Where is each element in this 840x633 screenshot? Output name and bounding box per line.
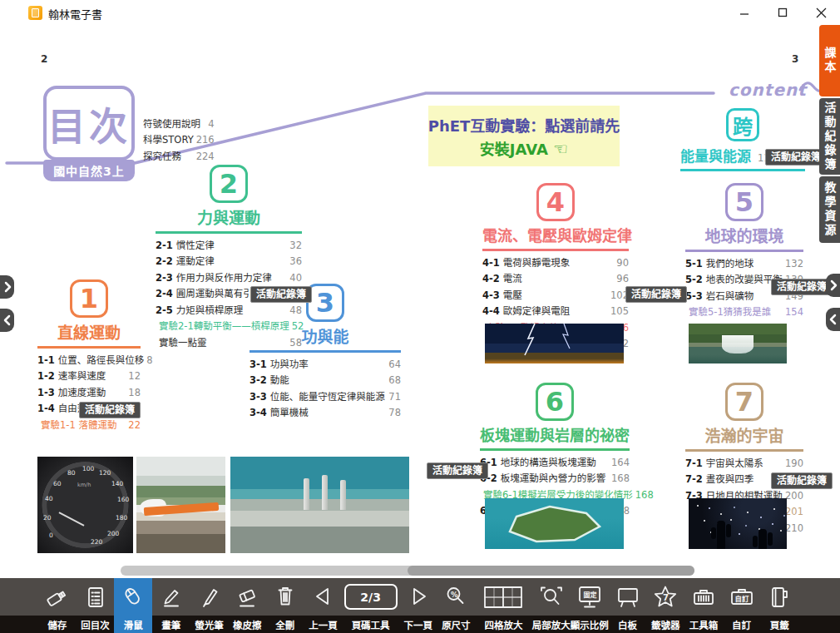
toc-entry[interactable]: 符號使用說明 4 xyxy=(143,116,215,130)
toc-entry[interactable]: 6-2 板塊運動與內營力的影響 168 xyxy=(480,471,630,484)
toc-entry[interactable]: 4-1 電荷與靜電現象 90 xyxy=(482,255,629,269)
highlighter-tool[interactable]: 螢光筆 xyxy=(190,578,229,633)
whiteboard-tool[interactable]: 白板 xyxy=(609,578,647,633)
cross-unit-title[interactable]: 能量與能源 xyxy=(680,145,751,166)
entry-page: 132 xyxy=(783,258,803,270)
close-button[interactable] xyxy=(802,0,840,25)
chapter-title[interactable]: 電流、電壓與歐姆定律 xyxy=(482,224,629,245)
chimney xyxy=(304,478,309,510)
toc-entry[interactable]: 3-2 動能 68 xyxy=(250,373,401,386)
svg-text:%: % xyxy=(451,590,458,598)
toc-entry[interactable]: 3-1 功與功率 64 xyxy=(250,357,401,370)
tool-label: 原尺寸 xyxy=(442,616,471,633)
cross-unit-underline xyxy=(680,169,805,171)
chapter-title[interactable]: 功與能 xyxy=(250,324,401,347)
chapter-items: 1-1 位置、路徑長與位移 8 1-2 速率與速度 12 1-3 加速度運動 1… xyxy=(37,353,141,431)
toc-entry[interactable]: 探究任務 224 xyxy=(143,149,215,162)
bookmark-tool[interactable]: 頁籤 xyxy=(760,578,798,633)
entry-label: 電荷與靜電現象 xyxy=(503,255,571,269)
entry-label: 探究任務 xyxy=(143,149,181,162)
toc-entry[interactable]: 科學STORY 216 xyxy=(143,132,215,146)
entry-page: 224 xyxy=(194,151,215,162)
tab-teaching-resources[interactable]: 教學資源 xyxy=(819,176,840,243)
entry-number: 4-4 xyxy=(482,305,500,317)
entry-number: 3-3 xyxy=(250,391,267,403)
chapter-underline xyxy=(37,346,141,349)
toc-list-icon xyxy=(83,585,108,610)
entry-label: 動能 xyxy=(270,373,289,386)
tab-textbook[interactable]: 課本 xyxy=(819,25,840,96)
scrollbar-thumb[interactable] xyxy=(408,566,694,576)
page-number-tool[interactable]: 2/3 頁碼工具 xyxy=(342,578,399,633)
eraser-tool[interactable]: 橡皮擦 xyxy=(228,578,266,633)
entry-page: 36 xyxy=(287,255,302,267)
toc-entry[interactable]: 2-3 作用力與反作用力定律 40 xyxy=(156,270,302,284)
pen-tool[interactable]: 畫筆 xyxy=(152,578,190,633)
region-zoom-tool[interactable]: 局部放大 xyxy=(532,578,571,633)
next-page-tool[interactable]: 下一頁 xyxy=(399,578,437,633)
chapter-title[interactable]: 直線運動 xyxy=(37,320,141,343)
toc-entry[interactable]: 3-4 簡單機械 78 xyxy=(250,405,401,418)
back-to-toc-tool[interactable]: 回目次 xyxy=(77,578,115,633)
toc-entry[interactable]: 4-3 電壓 102 xyxy=(482,288,629,301)
entry-number: 1-4 xyxy=(37,403,55,414)
toc-entry[interactable]: 5-1 我們的地球 132 xyxy=(685,256,803,270)
original-size-tool[interactable]: % 原尺寸 xyxy=(437,578,476,633)
toc-entry[interactable]: 2-2 運動定律 36 xyxy=(156,254,302,267)
toc-entry[interactable]: 3-3 位能、能量守恆定律與能源 71 xyxy=(250,389,401,403)
minimize-button[interactable] xyxy=(725,0,763,25)
toc-entry[interactable]: 6-1 地球的構造與板塊運動 164 xyxy=(480,455,630,468)
tab-activity-book[interactable]: 活動紀錄簿 xyxy=(819,98,840,175)
book-name-label: 國中自然3上 xyxy=(43,160,135,181)
delete-all-tool[interactable]: 全刪 xyxy=(266,578,304,633)
display-ratio-tool[interactable]: 固定 顯示比例 xyxy=(571,578,609,633)
toc-entry[interactable]: 1-2 速率與速度 12 xyxy=(37,368,141,382)
toc-entry[interactable]: 實驗1-1 落體運動 22 xyxy=(37,418,141,431)
toc-entry[interactable]: 4-2 電流 96 xyxy=(482,271,629,284)
activity-book-badge[interactable]: 活動紀錄簿 xyxy=(765,149,827,166)
maximize-button[interactable] xyxy=(763,0,802,25)
chapter-number-badge: 7 xyxy=(725,383,763,421)
entry-label: 板塊運動與內營力的影響 xyxy=(501,471,606,484)
four-grid-zoom-tool[interactable]: 四格放大 xyxy=(475,578,532,633)
toc-entry[interactable]: 2-1 慣性定律 32 xyxy=(156,238,302,251)
entry-label: 我們的地球 xyxy=(706,256,754,270)
trash-icon xyxy=(273,585,298,610)
tool-label: 橡皮擦 xyxy=(233,616,262,633)
toc-entry[interactable]: 7-1 宇宙與太陽系 190 xyxy=(685,456,803,469)
tool-label: 全刪 xyxy=(275,616,294,633)
activity-book-badge[interactable]: 活動紀錄簿 xyxy=(79,402,141,418)
activity-book-badge[interactable]: 活動紀錄簿 xyxy=(427,462,488,479)
left-edge-back-button[interactable] xyxy=(0,309,14,332)
toc-entry[interactable]: 實驗5-1猜猜我是誰 154 xyxy=(685,304,803,318)
chapter-title[interactable]: 地球的環境 xyxy=(685,224,803,246)
number-picker-tool[interactable]: 7 籤號器 xyxy=(646,578,684,633)
entry-label: 速率與速度 xyxy=(58,368,106,382)
mouse-tool[interactable]: 滑鼠 xyxy=(114,578,152,633)
chapter-title[interactable]: 力與運動 xyxy=(156,205,302,228)
toc-entry[interactable]: 1-3 加速度運動 18 xyxy=(37,385,141,398)
activity-book-badge[interactable]: 活動紀錄簿 xyxy=(625,286,687,303)
toc-entry[interactable]: 4-4 歐姆定律與電阻 105 xyxy=(482,304,629,317)
left-edge-forward-button[interactable] xyxy=(0,275,14,299)
activity-book-badge[interactable]: 活動紀錄簿 xyxy=(771,279,833,295)
right-edge-back-button[interactable] xyxy=(826,308,840,331)
entry-label: 晝夜與四季 xyxy=(706,472,754,485)
page-indicator[interactable]: 2/3 xyxy=(344,584,398,610)
tool-label: 下一頁 xyxy=(403,616,432,633)
activity-book-badge[interactable]: 活動紀錄簿 xyxy=(771,472,833,489)
save-tool[interactable]: 儲存 xyxy=(38,578,77,633)
horizontal-scrollbar[interactable] xyxy=(121,566,694,576)
entry-page: 78 xyxy=(386,407,401,418)
page-number-left: 2 xyxy=(41,53,47,65)
chapter-underline xyxy=(685,250,803,252)
custom-tool[interactable]: 自訂 自訂 xyxy=(723,578,761,633)
activity-book-badge[interactable]: 活動紀錄簿 xyxy=(250,286,312,303)
toc-entry[interactable]: 1-1 位置、路徑長與位移 8 xyxy=(37,353,141,366)
chapter-title[interactable]: 板塊運動與岩層的祕密 xyxy=(480,423,630,445)
prev-page-tool[interactable]: 上一頁 xyxy=(304,578,343,633)
toolbox-tool[interactable]: 工具箱 xyxy=(684,578,723,633)
right-edge-forward-button[interactable] xyxy=(826,274,840,297)
chapter-title[interactable]: 浩瀚的宇宙 xyxy=(685,423,803,446)
chapter-underline xyxy=(156,231,302,234)
